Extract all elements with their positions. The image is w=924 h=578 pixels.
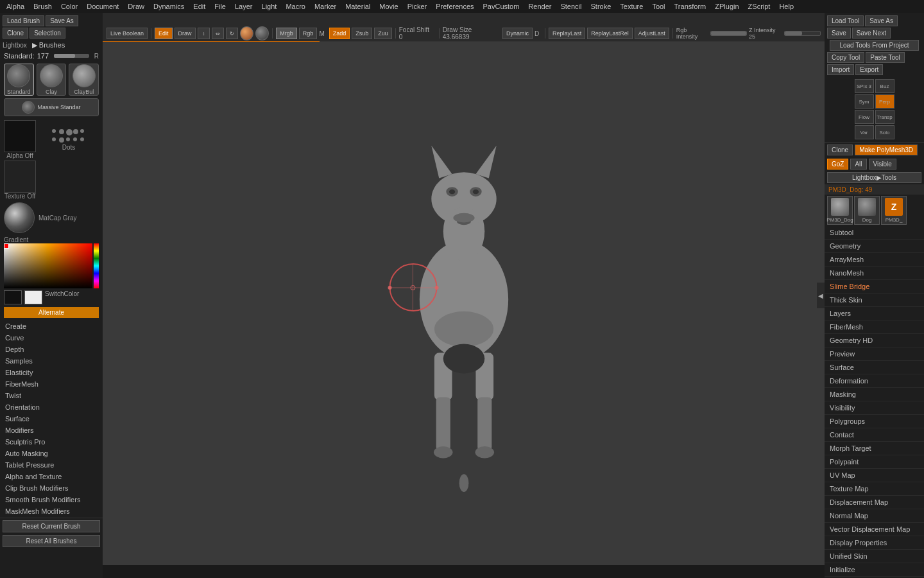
switch-color-button[interactable]: SwitchColor — [45, 290, 79, 304]
left-menu-depth[interactable]: Depth — [0, 344, 103, 355]
menu-render[interactable]: Render — [524, 1, 555, 12]
load-tool-button[interactable]: Load Tool — [827, 15, 864, 26]
left-menu-create[interactable]: Create — [0, 320, 103, 332]
right-menu-normal-map[interactable]: Normal Map — [825, 509, 924, 523]
right-menu-masking[interactable]: Masking — [825, 388, 924, 401]
material-sphere-2[interactable] — [255, 26, 269, 40]
menu-brush[interactable]: Brush — [30, 1, 56, 12]
menu-zplugin[interactable]: ZPlugin — [711, 1, 742, 12]
menu-help[interactable]: Help — [775, 1, 798, 12]
right-menu-texture-map[interactable]: Texture Map — [825, 482, 924, 496]
menu-layer[interactable]: Layer — [231, 1, 257, 12]
menu-zscript[interactable]: ZScript — [744, 1, 774, 12]
standard-value[interactable]: 177 — [37, 52, 49, 60]
solo-icon[interactable]: Solo — [875, 125, 894, 139]
live-boolean-button[interactable]: Live Boolean — [107, 28, 148, 39]
left-menu-auto-masking[interactable]: Auto Masking — [0, 448, 103, 459]
right-menu-slime-bridge[interactable]: Slime Bridge — [825, 280, 924, 293]
left-menu-orientation[interactable]: Orientation — [0, 401, 103, 413]
tool-save-next-button[interactable]: Save Next — [852, 28, 891, 39]
replay-last-button[interactable]: ReplayLast — [549, 28, 585, 39]
canvas-inner[interactable] — [103, 42, 825, 565]
scale-icon[interactable]: ⇔ — [212, 28, 224, 39]
right-menu-subtool[interactable]: Subtool — [825, 226, 924, 240]
flow-icon[interactable]: Flow — [855, 110, 874, 124]
perp-icon[interactable]: Perp — [875, 94, 894, 109]
menu-marker[interactable]: Marker — [311, 1, 340, 12]
reset-current-brush-button[interactable]: Reset Current Brush — [3, 520, 100, 532]
matcap-sphere[interactable] — [4, 202, 35, 233]
menu-dynamics[interactable]: Dynamics — [150, 1, 188, 12]
right-menu-unified-skin[interactable]: Unified Skin — [825, 550, 924, 563]
selection-button[interactable]: SelectIon — [30, 28, 65, 39]
zadd-button[interactable]: Zadd — [329, 28, 350, 39]
left-menu-samples[interactable]: Samples — [0, 355, 103, 367]
brush-preview-claybul[interactable]: ClayBul — [69, 64, 99, 96]
var-icon[interactable]: Var — [855, 125, 874, 139]
tool-thumb-pm3d-dog[interactable]: PM3D_Dog — [827, 196, 853, 225]
right-menu-uv-map[interactable]: UV Map — [825, 469, 924, 482]
left-menu-surface[interactable]: Surface — [0, 413, 103, 425]
menu-transform[interactable]: Transform — [671, 1, 710, 12]
tool-thumb-pm3d[interactable]: Z PM3D_ — [881, 196, 907, 225]
all-button[interactable]: All — [850, 159, 866, 170]
right-menu-arraymesh[interactable]: ArrayMesh — [825, 253, 924, 267]
save-as-button[interactable]: Save As — [46, 15, 78, 26]
left-menu-maskmesh[interactable]: MaskMesh Modifiers — [0, 505, 103, 517]
menu-material[interactable]: Material — [341, 1, 374, 12]
standard-reset-icon[interactable]: R — [94, 53, 99, 60]
tool-save-as-button[interactable]: Save As — [865, 15, 898, 26]
brush-preview-massive[interactable]: Massive Standar — [4, 98, 99, 116]
replay-last-rel-button[interactable]: ReplayLastRel — [587, 28, 633, 39]
right-menu-contact[interactable]: Contact — [825, 428, 924, 442]
swatch-white[interactable] — [24, 290, 42, 304]
alpha-preview[interactable] — [4, 120, 36, 152]
left-menu-clip-brush[interactable]: Clip Brush Modifiers — [0, 482, 103, 494]
brushes-label[interactable]: ▶ Brushes — [32, 41, 65, 49]
z-intensity-slider[interactable] — [784, 31, 821, 36]
menu-document[interactable]: Document — [83, 1, 123, 12]
left-menu-sculptris-pro[interactable]: Sculptris Pro — [0, 436, 103, 448]
draw-button[interactable]: Draw — [175, 28, 196, 39]
spix-icon[interactable]: SPix 3 — [855, 79, 874, 93]
right-menu-displacement-map[interactable]: Displacement Map — [825, 496, 924, 509]
left-menu-alpha-texture[interactable]: Alpha and Texture — [0, 471, 103, 482]
buz-icon[interactable]: Buz — [875, 79, 894, 93]
paste-tool-button[interactable]: Paste Tool — [866, 52, 905, 63]
menu-edit[interactable]: Edit — [189, 1, 209, 12]
left-menu-modifiers[interactable]: Modifiers — [0, 425, 103, 436]
right-menu-preview[interactable]: Preview — [825, 347, 924, 361]
menu-alpha[interactable]: Alpha — [3, 1, 28, 12]
menu-stroke[interactable]: Stroke — [587, 1, 615, 12]
right-menu-initialize[interactable]: Initialize — [825, 563, 924, 577]
right-menu-geometry[interactable]: Geometry — [825, 240, 924, 253]
left-menu-curve[interactable]: Curve — [0, 332, 103, 344]
zsub-button[interactable]: Zsub — [352, 28, 372, 39]
brush-preview-clay[interactable]: Clay — [37, 64, 67, 96]
menu-pavcustom[interactable]: PavCustom — [479, 1, 524, 12]
adjust-last-button[interactable]: AdjustLast — [635, 28, 669, 39]
right-menu-nanomesh[interactable]: NanoMesh — [825, 267, 924, 280]
color-box[interactable] — [4, 243, 99, 288]
tool-save-button[interactable]: Save — [827, 28, 851, 39]
menu-picker[interactable]: Picker — [404, 1, 431, 12]
load-from-project-button[interactable]: Load Tools From Project — [830, 40, 919, 51]
lightbox-tools-button[interactable]: Lightbox▶Tools — [827, 172, 921, 183]
right-menu-fibermesh[interactable]: FiberMesh — [825, 320, 924, 334]
canvas-area[interactable] — [103, 42, 825, 565]
rotate-icon[interactable]: ↻ — [226, 28, 238, 39]
menu-stencil[interactable]: Stencil — [556, 1, 585, 12]
swatch-black[interactable] — [4, 290, 22, 304]
left-menu-elasticity[interactable]: Elasticity — [0, 367, 103, 378]
dynamic-button[interactable]: Dynamic — [502, 28, 533, 39]
left-menu-tablet-pressure[interactable]: Tablet Pressure — [0, 459, 103, 471]
tool-thumb-dog[interactable]: Dog — [854, 196, 880, 225]
alternate-button[interactable]: Alternate — [4, 307, 99, 318]
right-menu-thick-skin[interactable]: Thick Skin — [825, 293, 924, 307]
tool-import-button[interactable]: Import — [827, 64, 854, 75]
menu-tool[interactable]: Tool — [648, 1, 669, 12]
menu-movie[interactable]: Movie — [375, 1, 402, 12]
right-menu-layers[interactable]: Layers — [825, 307, 924, 320]
clone-tool-button[interactable]: Clone — [827, 144, 853, 155]
copy-tool-button[interactable]: Copy Tool — [827, 52, 864, 63]
